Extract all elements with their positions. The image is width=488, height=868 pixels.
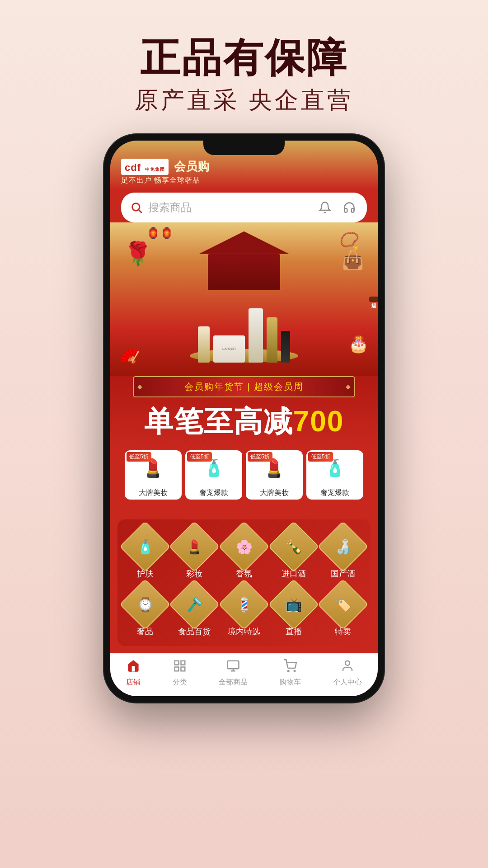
cake-decoration: 🎂 (348, 335, 369, 354)
cream-icon-3: 🧴 (325, 459, 345, 478)
cat-small-item-0[interactable]: 💄 低至5折 大牌美妆 (125, 450, 182, 500)
category-grid: 🧴 护肤 💄 彩妆 🌸 (117, 519, 371, 646)
notification-icon[interactable] (316, 199, 333, 216)
fragrance-icon: 🌸 (235, 538, 252, 554)
cat-grid-sale[interactable]: 🏷️ 特卖 (320, 586, 366, 637)
cat-diamond-domestic: 💈 (218, 579, 269, 630)
cat-small-label-2: 大牌美妆 (246, 486, 303, 500)
discount-number: 700 (293, 405, 344, 438)
nav-item-all-products[interactable]: 全部商品 (219, 659, 248, 687)
logo-subtitle: 足不出户 畅享全球奢品 (121, 176, 209, 185)
svg-point-9 (345, 661, 350, 665)
cat-diamond-live: 📺 (268, 579, 319, 630)
cat-diamond-local-wine: 🍶 (318, 521, 369, 572)
phone-screen: cdf 中免集团 会员购 足不出户 畅享全球奢品 (110, 141, 378, 696)
category-nav-icon (173, 659, 187, 676)
cat-diamond-luxury: ⌚ (119, 579, 170, 630)
cat-grid-import-wine[interactable]: 🍾 进口酒 (271, 528, 317, 579)
cat-grid-live[interactable]: 📺 直播 (271, 586, 317, 637)
cat-small-item-3[interactable]: 🧴 低至5折 奢宠爆款 (306, 450, 363, 500)
cat-diamond-import-wine: 🍾 (268, 521, 319, 572)
search-bar[interactable]: 搜索商品 (121, 193, 367, 222)
promo-badge-text: 会员购年货节 | 超级会员周 (184, 382, 304, 392)
cat-grid-food[interactable]: 🪒 食品百货 (172, 586, 218, 637)
lamer-box: LA·MER (213, 335, 245, 363)
svg-rect-2 (174, 661, 178, 665)
svg-rect-3 (181, 661, 185, 665)
logo-cdf: cdf 中免集团 (121, 159, 169, 175)
cart-nav-label: 购物车 (279, 678, 301, 687)
svg-point-8 (294, 670, 296, 672)
food-icon: 🪒 (186, 596, 203, 612)
temple-decoration (199, 231, 289, 290)
cat-grid-fragrance[interactable]: 🌸 香氛 (221, 528, 267, 579)
search-placeholder-text: 搜索商品 (148, 200, 309, 215)
header-top: cdf 中免集团 会员购 足不出户 畅享全球奢品 (121, 159, 367, 185)
cat-grid-skincare[interactable]: 🧴 护肤 (122, 528, 168, 579)
cat-small-label-3: 奢宠爆款 (306, 486, 363, 500)
category-small-grid: 💄 低至5折 大牌美妆 🧴 低至5折 奢宠爆款 (117, 450, 371, 507)
product-1 (198, 326, 210, 363)
cat-small-badge-2: 低至5折 (248, 452, 272, 462)
svg-rect-6 (227, 661, 239, 669)
headset-icon[interactable] (341, 199, 358, 216)
bottom-nav: 店铺 分类 (110, 653, 378, 696)
luxury-icon: ⌚ (136, 596, 153, 612)
local-wine-icon: 🍶 (335, 538, 352, 554)
cat-small-item-1[interactable]: 🧴 低至5折 奢宠爆款 (185, 450, 242, 500)
svg-rect-4 (174, 667, 178, 671)
header-icons (309, 199, 358, 216)
logo-area: cdf 中免集团 会员购 足不出户 畅享全球奢品 (121, 159, 209, 185)
cream-icon-1: 🧴 (204, 459, 224, 478)
cat-small-badge-3: 低至5折 (308, 452, 333, 462)
product-lamer: LA·MER (213, 335, 245, 363)
svg-point-0 (132, 203, 140, 210)
phone-mockup: cdf 中免集团 会员购 足不出户 畅享全球奢品 (104, 134, 384, 703)
cdf-text: cdf (125, 162, 141, 173)
svg-line-1 (139, 210, 141, 212)
banner-scene: 🌹 🏮🏮 📿 👜 🪭 (110, 222, 378, 376)
category-nav-label: 分类 (173, 678, 187, 687)
big-discount: 单笔至高减700 (119, 397, 369, 446)
cat-diamond-skincare: 🧴 (119, 521, 170, 572)
svg-point-7 (288, 670, 289, 672)
temple-body (208, 254, 280, 290)
cat-grid-domestic[interactable]: 💈 境内特选 (221, 586, 267, 637)
lanterns-decoration: 🏮🏮 (146, 227, 174, 240)
makeup-icon: 💄 (186, 538, 203, 554)
side-rule-tag[interactable]: 活动规则 (369, 297, 378, 302)
sale-icon: 🏷️ (335, 596, 352, 612)
bag-decoration: 👜 (342, 250, 364, 271)
cat-grid-luxury[interactable]: ⌚ 奢品 (122, 586, 168, 637)
tall-bottle (249, 308, 263, 363)
profile-nav-label: 个人中心 (333, 678, 362, 687)
cat-small-label-0: 大牌美妆 (125, 486, 182, 500)
product-2 (249, 308, 263, 363)
cat-diamond-sale: 🏷️ (318, 579, 369, 630)
store-nav-icon (127, 659, 140, 676)
cat-small-item-2[interactable]: 💄 低至5折 大牌美妆 (246, 450, 303, 500)
category-section: 🧴 护肤 💄 彩妆 🌸 (110, 512, 378, 653)
temple-roof (199, 231, 289, 254)
cat-diamond-makeup: 💄 (169, 521, 220, 572)
cat-grid-local-wine[interactable]: 🍶 国产酒 (320, 528, 366, 579)
cat-small-label-1: 奢宠爆款 (185, 486, 242, 500)
cat-diamond-fragrance: 🌸 (218, 521, 269, 572)
cat-small-badge-0: 低至5折 (127, 452, 151, 462)
domestic-icon: 💈 (235, 596, 252, 612)
nav-item-category[interactable]: 分类 (173, 659, 187, 687)
nav-item-store[interactable]: 店铺 (126, 659, 141, 687)
profile-nav-icon (341, 659, 354, 676)
promo-badge: 会员购年货节 | 超级会员周 (133, 376, 355, 397)
cat-grid-makeup[interactable]: 💄 彩妆 (172, 528, 218, 579)
necklace-decoration: 📿 (339, 231, 360, 250)
nav-item-profile[interactable]: 个人中心 (333, 659, 362, 687)
live-icon: 📺 (285, 596, 302, 612)
rose-decoration: 🌹 (124, 241, 152, 267)
hero-main-title: 正品有保障 (135, 36, 353, 80)
import-wine-icon: 🍾 (285, 538, 302, 554)
nav-item-cart[interactable]: 购物车 (279, 659, 301, 687)
search-icon (130, 201, 143, 214)
app-content: cdf 中免集团 会员购 足不出户 畅享全球奢品 (110, 141, 378, 696)
all-products-nav-label: 全部商品 (219, 678, 248, 687)
